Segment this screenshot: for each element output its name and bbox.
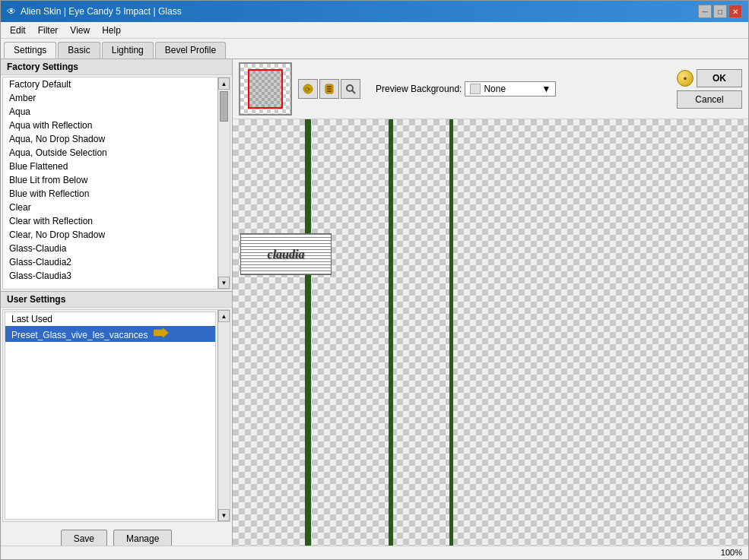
hand-tool-button[interactable]: ⟳ (298, 79, 318, 99)
list-item[interactable]: Amber (3, 91, 217, 105)
preview-line-3 (449, 119, 453, 546)
list-item[interactable]: Glass-Claudia (3, 242, 217, 255)
list-item[interactable]: Aqua, Outside Selection (3, 146, 217, 160)
save-button[interactable]: Save (61, 530, 107, 546)
grab-icon (323, 83, 335, 95)
right-toolbar: ⟳ (233, 59, 748, 119)
ok-button[interactable]: OK (697, 69, 742, 87)
list-item[interactable]: Aqua, No Drop Shadow (3, 132, 217, 146)
preview-bg-select[interactable]: None ▼ (465, 81, 556, 96)
svg-point-6 (347, 85, 353, 91)
color-swatch (470, 84, 481, 94)
preview-bg-label: Preview Background: (376, 84, 462, 94)
zoom-level: 100% (721, 548, 742, 558)
list-item[interactable]: Blue Lit from Below (3, 173, 217, 187)
list-item-aqua-reflection[interactable]: Aqua with Reflection (3, 119, 217, 132)
hand-icon: ⟳ (302, 83, 314, 95)
menu-view[interactable]: View (64, 24, 96, 37)
tab-basic[interactable]: Basic (58, 42, 100, 59)
gold-arrow-icon (154, 327, 169, 338)
preset-scrollbar[interactable]: ▲ ▼ (217, 78, 230, 289)
maximize-button[interactable]: □ (713, 5, 727, 18)
minimize-button[interactable]: ─ (698, 5, 712, 18)
list-item[interactable]: Clear (3, 201, 217, 214)
close-button[interactable]: ✕ (728, 5, 742, 18)
cancel-button[interactable]: Cancel (677, 90, 742, 109)
menu-bar: Edit Filter View Help (1, 22, 748, 39)
zoom-icon (344, 83, 357, 95)
list-item[interactable]: Clear, No Drop Shadow (3, 228, 217, 242)
scroll-down-arrow[interactable]: ▼ (218, 509, 230, 521)
list-item-clear-reflection[interactable]: Clear with Reflection (3, 214, 217, 228)
list-item[interactable]: Factory Default (3, 78, 217, 91)
preset-list: Factory Default Amber Aqua Aqua with Ref… (3, 78, 217, 289)
svg-rect-4 (327, 88, 332, 90)
svg-rect-5 (327, 90, 332, 92)
menu-edit[interactable]: Edit (4, 24, 32, 37)
tab-bar: Settings Basic Lighting Bevel Profile (1, 39, 748, 59)
main-content: Factory Settings Factory Default Amber A… (1, 59, 748, 546)
tab-lighting[interactable]: Lighting (102, 42, 154, 59)
scroll-track[interactable] (218, 322, 230, 509)
menu-filter[interactable]: Filter (32, 24, 65, 37)
title-bar-left: 👁 Alien Skin | Eye Candy 5 Impact | Glas… (7, 6, 182, 17)
preview-line-2 (389, 119, 393, 546)
preset-list-wrapper: Factory Default Amber Aqua Aqua with Ref… (2, 77, 230, 289)
scroll-up-arrow[interactable]: ▲ (218, 78, 230, 90)
app-icon: 👁 (7, 6, 16, 17)
user-settings-header: User Settings (1, 292, 232, 308)
claudia-text: claudia (268, 248, 305, 261)
right-panel: ⟳ (233, 59, 748, 546)
scroll-track[interactable] (218, 90, 230, 277)
zoom-tool-button[interactable] (341, 79, 360, 99)
ok-area: ● OK (677, 69, 742, 87)
user-list-item-last-used[interactable]: Last Used (5, 312, 215, 326)
main-window: 👁 Alien Skin | Eye Candy 5 Impact | Glas… (0, 0, 749, 560)
status-bar: 100% (1, 546, 748, 559)
bottom-buttons: Save Manage (1, 524, 232, 546)
user-settings-section: User Settings Last Used Preset_Glass_viv… (1, 292, 232, 524)
scroll-down-arrow[interactable]: ▼ (218, 277, 230, 289)
list-item[interactable]: Glass-Claudia2 (3, 255, 217, 269)
factory-settings-header: Factory Settings (1, 59, 232, 75)
svg-rect-3 (327, 86, 332, 87)
list-item[interactable]: Blue with Reflection (3, 187, 217, 201)
user-list-item-selected[interactable]: Preset_Glass_vive_les_vacances (5, 326, 215, 342)
dropdown-arrow-icon: ▼ (542, 84, 551, 94)
svg-text:⟳: ⟳ (305, 86, 311, 93)
factory-settings-section: Factory Settings Factory Default Amber A… (1, 59, 232, 292)
user-list: Last Used Preset_Glass_vive_les_vacances (5, 312, 216, 520)
manage-button[interactable]: Manage (113, 530, 172, 546)
scroll-thumb[interactable] (220, 91, 228, 122)
preview-thumbnail (239, 62, 292, 115)
tab-settings[interactable]: Settings (4, 42, 56, 59)
list-item[interactable]: Glass-Claudia3 (3, 269, 217, 283)
scroll-up-arrow[interactable]: ▲ (218, 310, 230, 322)
ok-cancel-buttons: ● OK Cancel (677, 69, 742, 109)
tab-bevel-profile[interactable]: Bevel Profile (155, 42, 226, 59)
checker-background: claudia (233, 119, 748, 546)
user-list-wrapper: Last Used Preset_Glass_vive_les_vacances… (2, 309, 230, 522)
menu-help[interactable]: Help (96, 24, 127, 37)
ok-gold-icon: ● (677, 70, 693, 87)
preview-bg-value: None (484, 84, 506, 94)
preview-line-1 (305, 119, 311, 546)
tool-buttons: ⟳ (298, 79, 360, 99)
title-bar: 👁 Alien Skin | Eye Candy 5 Impact | Glas… (1, 1, 748, 22)
list-item[interactable]: Aqua (3, 105, 217, 119)
svg-line-7 (352, 90, 355, 93)
window-title: Alien Skin | Eye Candy 5 Impact | Glass (21, 6, 182, 17)
user-scrollbar[interactable]: ▲ ▼ (217, 310, 230, 521)
grab-tool-button[interactable] (319, 79, 339, 99)
thumbnail-inner (248, 69, 283, 109)
preview-claudia-image: claudia (240, 233, 332, 275)
list-item[interactable]: Blue Flattened (3, 160, 217, 173)
title-controls: ─ □ ✕ (698, 5, 742, 18)
left-panel: Factory Settings Factory Default Amber A… (1, 59, 233, 546)
preview-area: claudia (233, 119, 748, 546)
